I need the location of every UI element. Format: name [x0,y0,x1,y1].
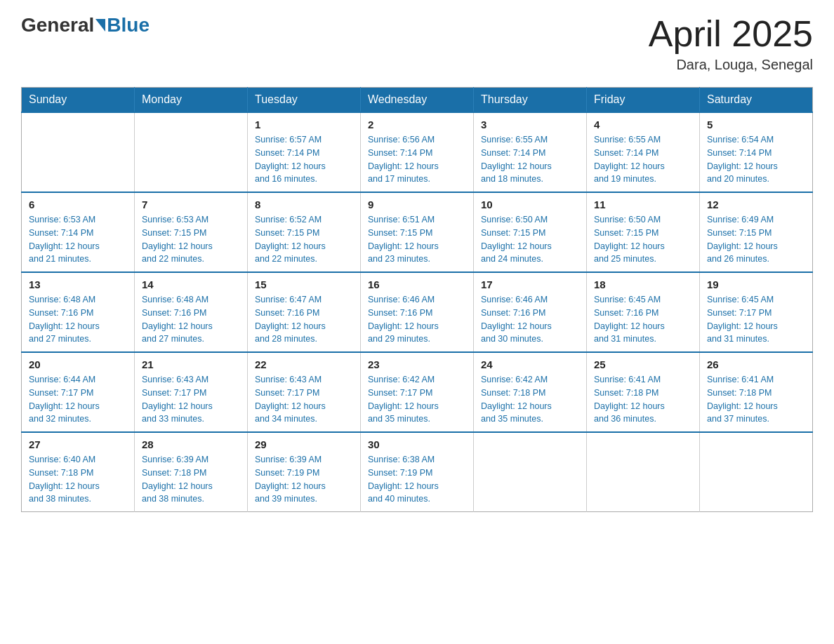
day-info: Sunrise: 6:39 AM Sunset: 7:19 PM Dayligh… [255,453,353,506]
logo-general-text: General [21,14,94,36]
day-info: Sunrise: 6:39 AM Sunset: 7:18 PM Dayligh… [142,453,240,506]
day-number: 6 [29,199,127,210]
calendar-cell: 1Sunrise: 6:57 AM Sunset: 7:14 PM Daylig… [248,112,361,192]
day-info: Sunrise: 6:52 AM Sunset: 7:15 PM Dayligh… [255,213,353,266]
day-number: 24 [481,358,579,370]
day-info: Sunrise: 6:54 AM Sunset: 7:14 PM Dayligh… [707,133,805,186]
day-number: 27 [29,438,127,450]
calendar-cell: 13Sunrise: 6:48 AM Sunset: 7:16 PM Dayli… [22,272,135,352]
calendar-header: SundayMondayTuesdayWednesdayThursdayFrid… [22,88,813,113]
day-info: Sunrise: 6:42 AM Sunset: 7:18 PM Dayligh… [481,373,579,426]
day-number: 14 [142,279,240,290]
location-text: Dara, Louga, Senegal [649,57,813,73]
day-number: 4 [594,119,692,130]
calendar-cell: 30Sunrise: 6:38 AM Sunset: 7:19 PM Dayli… [361,432,474,512]
weekday-header-sunday: Sunday [22,88,135,113]
calendar-cell: 10Sunrise: 6:50 AM Sunset: 7:15 PM Dayli… [474,192,587,272]
calendar-body: 1Sunrise: 6:57 AM Sunset: 7:14 PM Daylig… [22,112,813,512]
calendar-cell [700,432,813,512]
calendar-cell: 19Sunrise: 6:45 AM Sunset: 7:17 PM Dayli… [700,272,813,352]
calendar-cell: 28Sunrise: 6:39 AM Sunset: 7:18 PM Dayli… [135,432,248,512]
day-number: 11 [594,199,692,210]
day-info: Sunrise: 6:40 AM Sunset: 7:18 PM Dayligh… [29,453,127,506]
day-number: 22 [255,358,353,370]
day-info: Sunrise: 6:42 AM Sunset: 7:17 PM Dayligh… [368,373,466,426]
weekday-header-thursday: Thursday [474,88,587,113]
calendar-cell: 7Sunrise: 6:53 AM Sunset: 7:15 PM Daylig… [135,192,248,272]
calendar-cell: 29Sunrise: 6:39 AM Sunset: 7:19 PM Dayli… [248,432,361,512]
day-number: 23 [368,358,466,370]
weekday-header-monday: Monday [135,88,248,113]
calendar-cell: 12Sunrise: 6:49 AM Sunset: 7:15 PM Dayli… [700,192,813,272]
page-header: General Blue April 2025 Dara, Louga, Sen… [21,14,813,73]
day-info: Sunrise: 6:45 AM Sunset: 7:16 PM Dayligh… [594,293,692,346]
day-number: 3 [481,119,579,130]
day-info: Sunrise: 6:56 AM Sunset: 7:14 PM Dayligh… [368,133,466,186]
weekday-header-friday: Friday [587,88,700,113]
calendar-cell [474,432,587,512]
calendar-cell [22,112,135,192]
day-number: 21 [142,358,240,370]
calendar-cell: 17Sunrise: 6:46 AM Sunset: 7:16 PM Dayli… [474,272,587,352]
calendar-cell: 16Sunrise: 6:46 AM Sunset: 7:16 PM Dayli… [361,272,474,352]
day-number: 29 [255,438,353,450]
calendar-cell: 4Sunrise: 6:55 AM Sunset: 7:14 PM Daylig… [587,112,700,192]
day-number: 10 [481,199,579,210]
calendar-cell: 24Sunrise: 6:42 AM Sunset: 7:18 PM Dayli… [474,352,587,432]
calendar-cell: 5Sunrise: 6:54 AM Sunset: 7:14 PM Daylig… [700,112,813,192]
day-info: Sunrise: 6:43 AM Sunset: 7:17 PM Dayligh… [142,373,240,426]
calendar-cell: 3Sunrise: 6:55 AM Sunset: 7:14 PM Daylig… [474,112,587,192]
logo-blue-text: Blue [107,14,150,36]
day-number: 7 [142,199,240,210]
calendar-week-row: 1Sunrise: 6:57 AM Sunset: 7:14 PM Daylig… [22,112,813,192]
day-info: Sunrise: 6:48 AM Sunset: 7:16 PM Dayligh… [29,293,127,346]
day-info: Sunrise: 6:50 AM Sunset: 7:15 PM Dayligh… [481,213,579,266]
weekday-header-wednesday: Wednesday [361,88,474,113]
day-number: 2 [368,119,466,130]
day-number: 26 [707,358,805,370]
calendar-cell: 25Sunrise: 6:41 AM Sunset: 7:18 PM Dayli… [587,352,700,432]
day-info: Sunrise: 6:50 AM Sunset: 7:15 PM Dayligh… [594,213,692,266]
calendar-cell: 18Sunrise: 6:45 AM Sunset: 7:16 PM Dayli… [587,272,700,352]
day-number: 5 [707,119,805,130]
day-number: 18 [594,279,692,290]
calendar-cell: 21Sunrise: 6:43 AM Sunset: 7:17 PM Dayli… [135,352,248,432]
day-info: Sunrise: 6:46 AM Sunset: 7:16 PM Dayligh… [481,293,579,346]
logo-triangle-icon [95,19,105,32]
calendar-cell: 20Sunrise: 6:44 AM Sunset: 7:17 PM Dayli… [22,352,135,432]
calendar-cell: 8Sunrise: 6:52 AM Sunset: 7:15 PM Daylig… [248,192,361,272]
day-number: 30 [368,438,466,450]
day-number: 16 [368,279,466,290]
day-number: 1 [255,119,353,130]
calendar-week-row: 27Sunrise: 6:40 AM Sunset: 7:18 PM Dayli… [22,432,813,512]
calendar-cell: 11Sunrise: 6:50 AM Sunset: 7:15 PM Dayli… [587,192,700,272]
day-number: 13 [29,279,127,290]
day-info: Sunrise: 6:41 AM Sunset: 7:18 PM Dayligh… [707,373,805,426]
logo: General Blue [21,14,150,36]
day-number: 12 [707,199,805,210]
day-info: Sunrise: 6:53 AM Sunset: 7:14 PM Dayligh… [29,213,127,266]
day-number: 17 [481,279,579,290]
calendar-cell: 27Sunrise: 6:40 AM Sunset: 7:18 PM Dayli… [22,432,135,512]
day-info: Sunrise: 6:43 AM Sunset: 7:17 PM Dayligh… [255,373,353,426]
day-info: Sunrise: 6:51 AM Sunset: 7:15 PM Dayligh… [368,213,466,266]
day-info: Sunrise: 6:48 AM Sunset: 7:16 PM Dayligh… [142,293,240,346]
day-number: 19 [707,279,805,290]
weekday-header-row: SundayMondayTuesdayWednesdayThursdayFrid… [22,88,813,113]
calendar-cell [587,432,700,512]
calendar-cell: 14Sunrise: 6:48 AM Sunset: 7:16 PM Dayli… [135,272,248,352]
calendar-week-row: 20Sunrise: 6:44 AM Sunset: 7:17 PM Dayli… [22,352,813,432]
day-info: Sunrise: 6:49 AM Sunset: 7:15 PM Dayligh… [707,213,805,266]
calendar-week-row: 6Sunrise: 6:53 AM Sunset: 7:14 PM Daylig… [22,192,813,272]
calendar-cell: 26Sunrise: 6:41 AM Sunset: 7:18 PM Dayli… [700,352,813,432]
day-number: 8 [255,199,353,210]
day-info: Sunrise: 6:55 AM Sunset: 7:14 PM Dayligh… [481,133,579,186]
day-number: 25 [594,358,692,370]
calendar-cell: 9Sunrise: 6:51 AM Sunset: 7:15 PM Daylig… [361,192,474,272]
calendar-cell: 2Sunrise: 6:56 AM Sunset: 7:14 PM Daylig… [361,112,474,192]
calendar-cell [135,112,248,192]
calendar-cell: 15Sunrise: 6:47 AM Sunset: 7:16 PM Dayli… [248,272,361,352]
day-number: 15 [255,279,353,290]
day-info: Sunrise: 6:47 AM Sunset: 7:16 PM Dayligh… [255,293,353,346]
day-info: Sunrise: 6:41 AM Sunset: 7:18 PM Dayligh… [594,373,692,426]
